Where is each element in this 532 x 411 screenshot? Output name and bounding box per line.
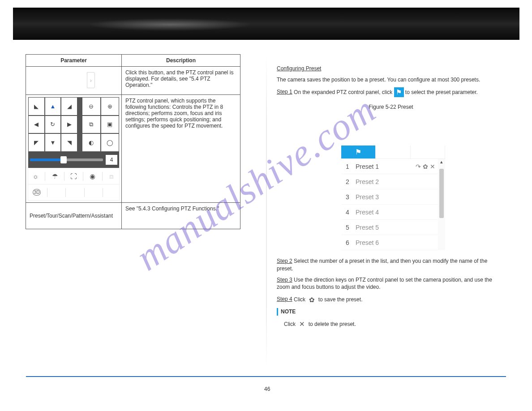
close-icon[interactable]: ✕ [430,163,435,170]
note-body: Click [284,321,296,327]
footer-rule [26,376,506,377]
light-icon[interactable]: ☼ [28,172,43,180]
note-label: NOTE [277,308,296,316]
steps-lower: Step 2 Select the number of a preset in … [277,257,505,333]
preset-name: Preset 4 [354,209,438,216]
ptz-panel-desc: PTZ control panel, which supports the fo… [122,95,240,203]
ptz-speed-slider[interactable] [30,158,103,161]
gear-icon[interactable]: ✿ [423,163,428,170]
flag-icon: ⚑ [355,148,361,156]
ptz-left[interactable]: ◀ [28,116,45,134]
preset-name: Preset 5 [354,224,438,231]
column-separator [266,55,267,368]
chevron-right-icon: › [90,77,92,84]
ptz-panel-cell: ◣ ▲ ◢ ◀ ↻ ▶ ◤ ▼ ◥ ⊖ ⊕ ⧉ ▣ [26,95,122,203]
ptz-down-right[interactable]: ◥ [61,133,77,152]
step4-tail: to save the preset. [318,296,363,303]
ptz-speed-bar [28,152,119,168]
preset-name: Preset 2 [354,178,438,185]
preset-scrollbar[interactable]: ▴ [438,159,445,250]
preset-list: 1 Preset 1 ↷ ✿ ✕ 2 Preset 2 3 Preset 3 4… [341,159,438,250]
expand-button-cell: › [26,67,122,95]
step4-num: Step 4 [277,296,292,302]
header-banner [13,8,519,40]
step2-num: Step 2 [277,258,292,264]
hdr-description: Description [122,55,240,67]
page-number: 46 [264,386,270,392]
preset-name: Preset 3 [354,193,438,201]
step3-num: Step 3 [277,277,292,283]
preset-panel-figure: ⚑ 1 Preset 1 ↷ ✿ ✕ 2 Preset 2 3 Preset 3 [341,146,445,250]
preset-tab-3[interactable] [411,146,445,158]
step4-body: Click [294,296,307,303]
gear-icon: ✿ [307,295,317,304]
preset-num: 3 [341,193,354,201]
section-title: Configuring Preset [277,65,321,72]
goto-icon[interactable]: ↷ [416,163,421,170]
step3-body: Use the direction keys on PTZ control pa… [277,277,492,291]
step1-num: Step 1 [277,89,292,95]
focus-near-icon[interactable]: ⧉ [82,116,101,134]
ptz-reset[interactable]: ↻ [45,116,61,134]
preset-tab-2[interactable] [376,146,410,158]
ptz-direction-grid: ◣ ▲ ◢ ◀ ↻ ▶ ◤ ▼ ◥ [28,97,82,152]
track-icon[interactable]: ◉ [85,172,100,180]
steps-column: Configuring Preset The camera saves the … [277,65,505,112]
step2-body: Select the number of a preset in the lis… [277,258,487,272]
preset-num: 4 [341,209,354,216]
preset-name: Preset 1 [354,163,416,170]
scroll-up-icon[interactable]: ▴ [438,159,445,165]
wiper-icon[interactable]: ☂ [47,172,62,180]
preset-tab-flag[interactable]: ⚑ [341,146,376,158]
ptz-down-left[interactable]: ◤ [28,133,45,152]
section-intro: The camera saves the position to be a pr… [277,76,505,84]
ptz-right[interactable]: ▶ [61,116,77,134]
preset-row-5[interactable]: 5 Preset 5 [341,220,438,235]
functions-cell: Preset/Tour/Scan/Pattern/Assistant [26,203,122,229]
preset-row-4[interactable]: 4 Preset 4 [341,205,438,220]
scroll-thumb[interactable] [439,169,444,218]
figure-caption: Figure 5-22 Preset [277,103,505,111]
note-tail: to delete the preset. [309,321,356,327]
preset-num: 1 [341,163,354,170]
expand-button-desc: Click this button, and the PTZ control p… [122,67,240,95]
ptz-up-right[interactable]: ◢ [61,97,77,116]
preset-name: Preset 6 [354,239,438,246]
zoom-in-icon[interactable]: ⊕ [101,97,120,116]
area-zoom-icon[interactable]: ⧈ [104,172,119,180]
functions-desc: See "5.4.3 Configuring PTZ Functions." [122,203,240,229]
preset-row-6[interactable]: 6 Preset 6 [341,235,438,250]
iris-open-icon[interactable]: ◯ [101,133,120,152]
expand-ptz-button[interactable]: › [87,72,95,88]
preset-num: 6 [341,239,354,246]
position-icon[interactable]: ⛶ [66,172,81,180]
zoom-out-icon[interactable]: ⊖ [82,97,101,116]
preset-row-2[interactable]: 2 Preset 2 [341,174,438,189]
step1-body: On the expanded PTZ control panel, click [294,89,392,95]
flag-icon: ⚑ [394,87,404,97]
close-icon: ✕ [297,319,307,329]
step1-tail: to select the preset parameter. [405,89,478,95]
ptz-speed-value[interactable] [106,155,117,165]
preset-row-3[interactable]: 3 Preset 3 [341,189,438,205]
preset-row-1[interactable]: 1 Preset 1 ↷ ✿ ✕ [341,159,438,174]
hdr-parameter: Parameter [26,55,122,67]
iris-close-icon[interactable]: ◐ [82,133,101,152]
ptz-up-left[interactable]: ◣ [28,97,45,116]
ptz-down[interactable]: ▼ [45,133,61,152]
ptz-func-row-1: ☼ ☂ ⛶ ◉ ⧈ [28,168,119,184]
ptz-up[interactable]: ▲ [45,97,61,116]
3d-zoom-icon[interactable]: 3D [28,189,45,196]
preset-num: 2 [341,178,354,185]
ptz-control-panel: ◣ ▲ ◢ ◀ ↻ ▶ ◤ ▼ ◥ ⊖ ⊕ ⧉ ▣ [28,97,120,201]
focus-far-icon[interactable]: ▣ [101,116,120,134]
preset-num: 5 [341,224,354,231]
ptz-func-row-2: 3D [28,184,119,200]
parameter-table: Parameter Description › Click this butto… [26,54,240,229]
